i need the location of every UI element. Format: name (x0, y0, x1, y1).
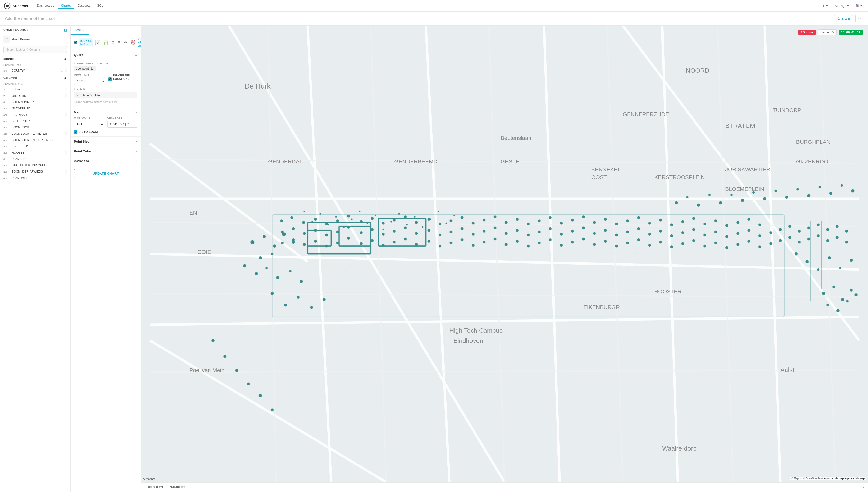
svg-point-167 (747, 229, 750, 232)
svg-point-112 (626, 219, 629, 222)
svg-point-234 (276, 276, 279, 279)
viewport-input[interactable] (107, 121, 138, 128)
app-logo[interactable]: Superset (4, 2, 28, 9)
map-body: MAP STYLE Light VIEWPORT (71, 117, 141, 137)
add-button[interactable]: ＋ ▾ (820, 3, 830, 9)
map-container[interactable]: De Hurk NOORD TUINDORP BURGHPLAN JORISKW… (141, 26, 868, 482)
col-drag-icon[interactable]: ⠿ (65, 119, 67, 123)
col-name[interactable]: PLANTJAAR (12, 157, 63, 161)
ignore-null-checkbox[interactable] (108, 77, 112, 81)
add-filter-button[interactable]: + Drop columns/metrics here or click (74, 99, 138, 104)
col-name[interactable]: PLANTWIJZE (12, 176, 63, 180)
svg-text:Eindhoven: Eindhoven (453, 337, 483, 344)
col-drag-icon[interactable]: ⠿ (65, 176, 67, 180)
bottom-chevron-icon[interactable]: ▾ (863, 486, 865, 489)
col-name[interactable]: GEOVISIA_ID (12, 107, 63, 110)
more-options-button[interactable]: ··· (855, 15, 863, 22)
col-name[interactable]: BOOMSOORT (12, 126, 63, 129)
col-drag-icon[interactable]: ⠿ (65, 151, 67, 155)
col-name[interactable]: BOOMNUMMER (12, 100, 63, 104)
col-drag-icon[interactable]: ⠿ (65, 170, 67, 174)
col-drag-icon[interactable]: ⠿ (65, 125, 67, 129)
nav-charts[interactable]: Charts (58, 3, 74, 9)
col-name[interactable]: BEHEERDER (12, 119, 63, 123)
col-drag-icon[interactable]: ⠿ (65, 94, 67, 98)
svg-point-55 (259, 256, 262, 260)
query-header[interactable]: Query ▲ (71, 50, 141, 59)
map-style-select[interactable]: Light (74, 121, 104, 128)
col-name[interactable]: STATUS_TER_INDICATIE (12, 164, 63, 167)
filter-arrow-icon[interactable]: › (134, 94, 135, 97)
col-name[interactable]: BOOM_DEF_AFWEZIG (12, 170, 63, 173)
settings-button[interactable]: Settings ▾ (833, 3, 851, 8)
col-drag-icon[interactable]: ⠿ (65, 113, 67, 117)
col-drag-icon[interactable]: ⠿ (65, 157, 67, 161)
col-name[interactable]: EINDBEELD (12, 145, 63, 148)
svg-point-51 (273, 244, 276, 248)
col-name[interactable]: HOOGTE (12, 151, 63, 154)
auto-zoom-checkbox[interactable] (74, 130, 77, 133)
metric-name[interactable]: COUNT(*) (12, 69, 59, 72)
nav-datasets[interactable]: Datasets (75, 3, 93, 9)
line-chart-icon[interactable]: 📈 (94, 39, 101, 46)
col-drag-icon[interactable]: ⠿ (65, 145, 67, 148)
deck-gl-check[interactable] (74, 41, 77, 44)
improve-map-text[interactable]: Improve this map (844, 477, 865, 480)
svg-point-152 (582, 226, 585, 229)
lon-lat-tag[interactable]: geo_point_2d (74, 66, 96, 71)
point-size-header[interactable]: Point Size ▾ (71, 137, 141, 146)
tab-samples[interactable]: SAMPLES (166, 483, 189, 492)
col-drag-icon[interactable]: ⠿ (65, 164, 67, 167)
svg-point-195 (472, 244, 475, 247)
tab-results[interactable]: RESULTS (145, 483, 166, 492)
col-name[interactable]: BOOMSOORT_VARIETEIT (12, 132, 63, 136)
deck-gl-label[interactable]: DECK.GL SCA… (79, 39, 93, 46)
advanced-header[interactable]: Advanced ▾ (71, 156, 141, 166)
svg-point-205 (582, 238, 585, 241)
page-title[interactable]: Add the name of the chart (5, 16, 55, 21)
svg-point-168 (758, 235, 762, 237)
col-name[interactable]: OBJECTID (12, 94, 63, 98)
4k-icon[interactable]: 4k (123, 40, 128, 45)
save-button[interactable]: ⬡ SAVE (834, 15, 853, 22)
svg-point-99 (483, 219, 485, 222)
tab-data[interactable]: DATA (71, 26, 89, 34)
search-box (3, 46, 67, 53)
col-name[interactable]: __time (12, 88, 63, 91)
cached-badge[interactable]: Cached ↻ (818, 29, 836, 35)
col-drag-icon[interactable]: ⠿ (65, 106, 67, 110)
update-chart-button[interactable]: UPDATE CHART (74, 169, 138, 178)
row-limit-select[interactable]: 10000 (74, 78, 105, 85)
datasource-name[interactable]: druid.Bomen (12, 38, 61, 41)
search-input[interactable] (3, 46, 67, 53)
map-header[interactable]: Map ▲ (71, 107, 141, 117)
filter-value[interactable]: __time (No filter) (80, 94, 102, 97)
table-icon[interactable]: ⊞ (117, 39, 122, 46)
metric-drag-icon[interactable]: ⠿ (65, 69, 67, 72)
point-color-header[interactable]: Point Color ▾ (71, 146, 141, 156)
col-drag-icon[interactable]: ⠿ (65, 88, 67, 92)
clock-icon[interactable]: ⏰ (130, 39, 137, 46)
view-all-charts[interactable]: View all charts (138, 37, 141, 47)
svg-point-97 (461, 216, 463, 219)
collapse-icon[interactable]: ◧ (64, 28, 67, 32)
col-drag-icon[interactable]: ⠿ (65, 100, 67, 104)
scatter-icon[interactable]: ⊡ (111, 40, 115, 45)
svg-point-217 (714, 242, 717, 244)
language-button[interactable]: 🇬🇧 ▾ (854, 3, 864, 8)
svg-point-132 (360, 231, 363, 234)
ignore-null-group: IGNORE NULL LOCATIONS (108, 74, 138, 82)
bar-chart-icon[interactable]: 📊 (102, 39, 109, 46)
columns-section-header[interactable]: Columns ▲ (0, 74, 70, 81)
col-name[interactable]: EIGENAAR (12, 113, 63, 117)
nav-sql[interactable]: SQL (94, 3, 106, 9)
col-drag-icon[interactable]: ⠿ (65, 138, 67, 142)
col-name[interactable]: BOOMSOORT_NEDERLANDS (12, 139, 63, 142)
datasource-menu-icon[interactable]: ⋮ (63, 37, 67, 42)
svg-point-136 (404, 226, 407, 229)
filter-remove-icon[interactable]: ✕ (76, 94, 79, 97)
improve-map-link[interactable]: Improve this map (824, 477, 844, 480)
metrics-section-header[interactable]: Metrics ▲ (0, 55, 70, 63)
nav-dashboards[interactable]: Dashboards (34, 3, 57, 9)
col-drag-icon[interactable]: ⠿ (65, 132, 67, 136)
